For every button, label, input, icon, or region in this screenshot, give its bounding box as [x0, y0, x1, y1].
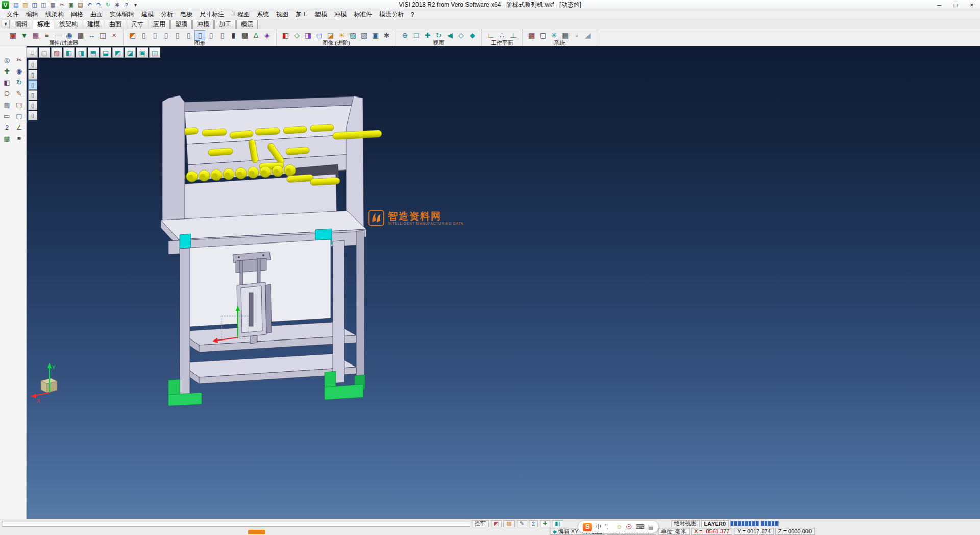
graph-line-icon[interactable]: ▯ — [150, 30, 160, 40]
menu-file[interactable]: 文件 — [3, 10, 22, 19]
adv-hidden-line-icon[interactable]: ◨ — [303, 30, 313, 40]
adv-background-icon[interactable]: ▧ — [359, 30, 370, 40]
tab-standard[interactable]: 标准 — [33, 20, 54, 29]
redo-icon[interactable]: ↷ — [94, 1, 103, 9]
status-select-icon[interactable]: ◩ — [491, 520, 502, 527]
vpside-plane1-icon[interactable]: ▯ — [28, 60, 37, 69]
attr-clear-icon[interactable]: × — [109, 30, 119, 40]
status-paint-icon[interactable]: ▨ — [503, 520, 514, 527]
status-two-icon[interactable]: 2 — [529, 520, 538, 527]
save-icon[interactable]: ◫ — [30, 1, 39, 9]
refresh-icon[interactable]: ↻ — [104, 1, 112, 9]
dock-trim-icon[interactable]: ✂ — [13, 55, 26, 65]
machine-model[interactable] — [161, 95, 382, 406]
tab-edit[interactable]: 编辑 — [11, 20, 32, 29]
dock-page-icon[interactable]: ▢ — [13, 111, 26, 121]
vp-view-bottom-icon[interactable]: ⬓ — [100, 47, 111, 58]
graph-cylinder-icon[interactable]: ▯ — [194, 30, 205, 40]
graph-fill-icon[interactable]: ◩ — [127, 30, 138, 40]
undo-icon[interactable]: ↶ — [85, 1, 94, 9]
view-previous-icon[interactable]: ◀ — [445, 30, 455, 40]
system-display-icon[interactable]: ▢ — [537, 30, 548, 40]
vpside-plane3-icon[interactable]: ▯ — [28, 80, 37, 90]
ime-emoji-icon[interactable]: ☺ — [616, 523, 622, 531]
dock-move-icon[interactable]: ✚ — [1, 66, 13, 77]
vpside-plane5-icon[interactable]: ▯ — [28, 101, 37, 110]
graph-cone-icon[interactable]: ▯ — [206, 30, 216, 40]
view-zoom-window-icon[interactable]: □ — [411, 30, 422, 40]
command-prompt-field[interactable] — [2, 521, 470, 527]
view-rotate-icon[interactable]: ↻ — [433, 30, 444, 40]
paste-icon[interactable]: ▤ — [76, 1, 85, 9]
ime-skin-icon[interactable]: ▤ — [648, 523, 654, 531]
vp-view-left-icon[interactable]: ◩ — [112, 47, 124, 58]
help-icon[interactable]: ? — [122, 1, 131, 9]
sogou-logo-icon[interactable]: S — [583, 523, 592, 531]
adv-capture-icon[interactable]: ▣ — [370, 30, 381, 40]
vp-view-front-icon[interactable]: ▣ — [137, 47, 148, 58]
dock-hatch-icon[interactable]: ▩ — [1, 133, 13, 144]
attr-filter-icon[interactable]: ▼ — [19, 30, 30, 40]
tab-dropdown-icon[interactable]: ▼ — [2, 20, 10, 28]
attr-visibility-icon[interactable]: ◉ — [64, 30, 75, 40]
graph-sphere-icon[interactable]: ▯ — [217, 30, 228, 40]
tab-moldflow[interactable]: 模流 — [236, 20, 258, 29]
vp-view-iso1-icon[interactable]: ◧ — [63, 47, 75, 58]
menu-view[interactable]: 视图 — [273, 10, 292, 19]
menu-dimension[interactable]: 尺寸标注 — [196, 10, 228, 19]
system-plane-icon[interactable]: ◢ — [582, 30, 593, 40]
workplane-origin-icon[interactable]: ∴ — [497, 30, 507, 40]
close-button[interactable]: × — [964, 0, 980, 10]
attr-match-icon[interactable]: ↔ — [86, 30, 97, 40]
view-zoom-all-icon[interactable]: ⊕ — [400, 30, 410, 40]
status-snap-icon[interactable]: ✚ — [540, 520, 550, 527]
menu-solid-edit[interactable]: 实体编辑 — [106, 10, 138, 19]
actuator-assembly[interactable] — [233, 252, 272, 344]
menu-help[interactable]: ? — [407, 11, 418, 18]
graph-circle-icon[interactable]: ▯ — [172, 30, 183, 40]
adv-section-icon[interactable]: ◪ — [325, 30, 336, 40]
tab-die[interactable]: 冲模 — [192, 20, 214, 29]
graph-database-icon[interactable]: ▤ — [239, 30, 250, 40]
tab-machining[interactable]: 加工 — [214, 20, 236, 29]
vpside-plane4-icon[interactable]: ▯ — [28, 90, 37, 100]
dock-zoom-icon[interactable]: ◎ — [1, 55, 13, 65]
dock-edit-icon[interactable]: ✎ — [13, 88, 26, 99]
vpside-plane6-icon[interactable]: ▯ — [28, 111, 37, 120]
tab-dimension[interactable]: 尺寸 — [127, 20, 148, 29]
new-file-icon[interactable]: ▤ — [12, 1, 20, 9]
ime-lang-icon[interactable]: 中 — [595, 523, 601, 531]
dock-document-icon[interactable]: ▤ — [13, 100, 26, 110]
menu-surface[interactable]: 曲面 — [87, 10, 106, 19]
menu-mold[interactable]: 塑模 — [311, 10, 331, 19]
attr-group-icon[interactable]: ◫ — [97, 30, 108, 40]
print-icon[interactable]: ▦ — [48, 1, 57, 9]
viewport-canvas[interactable]: Y X — [27, 46, 980, 519]
3d-viewport[interactable]: ≡▢▧◧◨⬒⬓◩◪▣◫ ▯▯▯▯▯▯ — [27, 46, 980, 519]
view-mode-cell[interactable]: 绝对视图 — [671, 520, 700, 527]
attr-color-icon[interactable]: ▦ — [30, 30, 41, 40]
graph-analyze-icon[interactable]: Δ — [251, 30, 261, 40]
tab-wireframe[interactable]: 线架构 — [55, 20, 82, 29]
graph-arc-icon[interactable]: ▯ — [161, 30, 172, 40]
system-dot-grid-icon[interactable]: ▫ — [571, 30, 582, 40]
graph-curve-icon[interactable]: ▯ — [183, 30, 194, 40]
menu-analysis[interactable]: 分析 — [157, 10, 177, 19]
layer-cell[interactable]: LAYER0 — [701, 520, 729, 527]
copy-icon[interactable]: ▣ — [67, 1, 76, 9]
system-snap-icon[interactable]: ✳ — [549, 30, 559, 40]
attr-linetype-icon[interactable]: — — [53, 30, 63, 40]
open-file-icon[interactable]: ▥ — [21, 1, 30, 9]
vp-view-back-icon[interactable]: ◫ — [149, 47, 160, 58]
attr-properties-icon[interactable]: ▣ — [8, 30, 18, 40]
settings-icon[interactable]: ✱ — [113, 1, 121, 9]
status-cube-icon[interactable]: ◧ — [552, 520, 563, 527]
menu-die[interactable]: 冲模 — [331, 10, 350, 19]
tab-surface[interactable]: 曲面 — [105, 20, 126, 29]
view-named-icon[interactable]: ◆ — [467, 30, 478, 40]
view-pan-icon[interactable]: ✚ — [422, 30, 433, 40]
menu-mesh[interactable]: 网格 — [67, 10, 87, 19]
graph-misc-icon[interactable]: ◈ — [262, 30, 273, 40]
ime-punct-icon[interactable]: ’。 — [605, 523, 612, 531]
menu-wireframe[interactable]: 线架构 — [42, 10, 67, 19]
